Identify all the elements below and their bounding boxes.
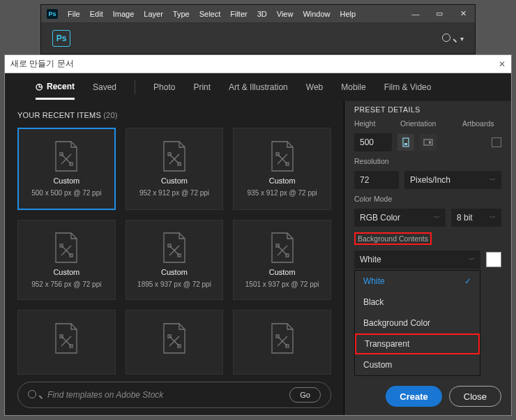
menu-help[interactable]: Help [340,10,356,18]
search-placeholder: Find templates on Adobe Stock [47,390,163,400]
photoshop-app-shell: Ps File Edit Image Layer Type Select Fil… [40,4,476,54]
bg-option-black[interactable]: Black [355,292,480,313]
preset-card[interactable]: Custom 952 x 756 px @ 72 ppi [17,220,116,301]
menu-type[interactable]: Type [173,10,190,18]
tab-recent[interactable]: ◷ Recent [36,75,75,100]
tab-art[interactable]: Art & Illustration [229,76,288,98]
orientation-label: Orientation [400,119,457,128]
chevron-down-icon: ﹀ [434,213,440,223]
tab-mobile-label: Mobile [341,82,365,92]
preset-card[interactable] [17,310,116,375]
tab-saved[interactable]: Saved [93,76,116,98]
preset-card[interactable] [126,310,224,375]
search-icon [28,390,40,400]
photoshop-logo-icon: Ps [52,30,70,47]
preset-card[interactable]: Custom 952 x 912 px @ 72 ppi [126,128,224,210]
background-color-swatch[interactable] [486,252,501,267]
tab-saved-label: Saved [93,82,116,92]
bg-option-label: Custom [363,360,392,370]
recent-panel: YOUR RECENT ITEMS (20) Custom 500 x 500 … [5,101,344,415]
category-tabs: ◷ Recent Saved Photo Print Art & Illustr… [5,73,511,101]
menu-view[interactable]: View [277,10,294,18]
preset-card[interactable]: Custom 500 x 500 px @ 72 ppi [17,128,116,210]
svg-rect-21 [429,141,431,144]
document-icon [161,322,188,354]
preset-grid: Custom 500 x 500 px @ 72 ppi Custom 952 … [17,128,331,375]
resolution-unit-value: Pixels/Inch [410,175,450,185]
document-icon [161,232,188,264]
tab-print[interactable]: Print [193,76,211,98]
menu-select[interactable]: Select [199,10,221,18]
tab-photo[interactable]: Photo [153,76,175,98]
resolution-field[interactable]: 72 [354,171,399,189]
color-mode-value: RGB Color [360,213,400,223]
tab-film-label: Film & Video [384,82,432,92]
recent-items-count: (20) [103,111,117,119]
bg-option-background-color[interactable]: Background Color [355,313,480,333]
preset-card[interactable]: Custom 1895 x 937 px @ 72 ppi [126,220,224,301]
minimize-button[interactable]: — [404,5,427,22]
preset-card-detail: 952 x 912 px @ 72 ppi [139,189,209,197]
bg-option-transparent[interactable]: Transparent [355,333,480,354]
height-label: Height [354,119,395,128]
recent-items-header: YOUR RECENT ITEMS (20) [17,111,331,119]
menu-window[interactable]: Window [303,10,330,18]
bg-option-custom[interactable]: Custom [355,354,480,375]
orientation-landscape-button[interactable] [420,134,437,151]
preset-card[interactable]: Custom 935 x 912 px @ 72 ppi [233,128,331,210]
bg-option-white[interactable]: White✓ [355,271,480,292]
resolution-unit-select[interactable]: Pixels/Inch﹀ [404,171,501,189]
maximize-button[interactable]: ▭ [427,5,451,22]
height-field[interactable]: 500 [354,133,392,151]
preset-card-detail: 952 x 756 px @ 72 ppi [31,280,101,288]
menu-layer[interactable]: Layer [144,10,163,18]
new-document-dialog: 새로 만들기 문서 ✕ ◷ Recent Saved Photo Print A… [4,54,512,416]
preset-card-title: Custom [269,268,296,276]
dialog-titlebar: 새로 만들기 문서 ✕ [5,55,511,73]
svg-rect-20 [424,140,432,145]
create-button[interactable]: Create [386,386,441,407]
document-icon [269,140,296,172]
color-mode-select[interactable]: RGB Color﹀ [354,209,446,227]
height-value: 500 [360,137,374,147]
preset-card-detail: 935 x 912 px @ 72 ppi [248,189,317,197]
search-icon[interactable] [442,33,455,44]
preset-card-title: Custom [161,268,188,276]
tab-web-label: Web [306,82,323,92]
menu-3d[interactable]: 3D [257,10,267,18]
preset-details-title: PRESET DETAILS [354,105,501,114]
tab-film[interactable]: Film & Video [384,76,432,98]
tab-web[interactable]: Web [306,76,323,98]
background-contents-select[interactable]: White ﹀ White✓BlackBackground ColorTrans… [354,250,480,269]
menu-edit[interactable]: Edit [90,10,103,18]
document-icon [53,140,79,172]
svg-rect-18 [403,138,409,147]
close-button[interactable]: Close [449,386,501,407]
artboards-checkbox[interactable] [492,137,501,147]
background-contents-label: Background Contents [354,232,432,245]
document-icon [53,232,79,264]
tab-photo-label: Photo [153,82,175,92]
preset-card-detail: 1501 x 937 px @ 72 ppi [245,280,319,288]
triangle-icon[interactable]: ▾ [460,35,464,43]
tab-mobile[interactable]: Mobile [341,76,365,98]
menu-file[interactable]: File [68,10,80,18]
preset-card-title: Custom [53,177,79,185]
orientation-portrait-button[interactable] [397,134,414,151]
color-mode-label: Color Mode [354,195,501,203]
bg-label-text: Background Contents [358,234,428,243]
preset-card[interactable] [233,310,331,375]
dialog-close-button[interactable]: ✕ [499,59,506,69]
preset-card[interactable]: Custom 1501 x 937 px @ 72 ppi [233,220,331,301]
bg-option-label: Background Color [363,318,430,328]
photoshop-logo-icon: Ps [47,9,58,19]
bit-depth-select[interactable]: 8 bit﹀ [451,209,501,227]
menu-image[interactable]: Image [113,10,135,18]
dialog-title: 새로 만들기 문서 [10,58,74,70]
close-app-button[interactable]: ✕ [451,5,475,22]
template-search[interactable]: Find templates on Adobe Stock Go [17,382,331,408]
go-button[interactable]: Go [289,387,321,403]
menu-filter[interactable]: Filter [230,10,247,18]
background-contents-value: White [360,255,381,264]
clock-icon: ◷ [36,82,43,91]
